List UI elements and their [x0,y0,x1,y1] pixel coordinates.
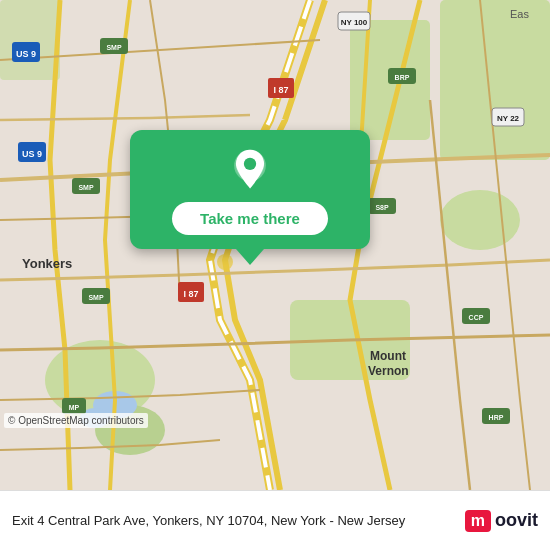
svg-text:SMP: SMP [78,184,94,191]
svg-text:SMP: SMP [88,294,104,301]
svg-point-46 [244,158,256,170]
svg-rect-7 [0,0,60,80]
svg-text:Vernon: Vernon [368,364,409,378]
svg-text:US 9: US 9 [22,149,42,159]
moovit-m-letter: m [465,510,491,532]
osm-credit: © OpenStreetMap contributors [4,413,148,428]
svg-text:NY 22: NY 22 [497,114,520,123]
moovit-text: oovit [495,510,538,531]
popup-container: Take me there [130,130,370,265]
svg-text:CCP: CCP [469,314,484,321]
bottom-bar: Exit 4 Central Park Ave, Yonkers, NY 107… [0,490,550,550]
moovit-logo: m oovit [465,510,538,532]
svg-text:Eas: Eas [510,8,529,20]
svg-rect-5 [440,0,550,160]
svg-text:I 87: I 87 [273,85,288,95]
svg-text:US 9: US 9 [16,49,36,59]
svg-text:Mount: Mount [370,349,406,363]
svg-text:I 87: I 87 [183,289,198,299]
svg-text:S8P: S8P [375,204,389,211]
map-container: US 9 US 9 SMP SMP SMP MP NY 100 I 87 I 8… [0,0,550,490]
svg-text:MP: MP [69,404,80,411]
take-me-there-button[interactable]: Take me there [172,202,328,235]
svg-text:NY 100: NY 100 [341,18,368,27]
svg-text:HRP: HRP [489,414,504,421]
address-text: Exit 4 Central Park Ave, Yonkers, NY 107… [12,513,465,528]
svg-text:BRP: BRP [395,74,410,81]
svg-text:SMP: SMP [106,44,122,51]
popup-arrow [236,249,264,265]
svg-point-6 [440,190,520,250]
green-card: Take me there [130,130,370,249]
svg-text:Yonkers: Yonkers [22,256,72,271]
location-pin-icon [228,148,272,192]
